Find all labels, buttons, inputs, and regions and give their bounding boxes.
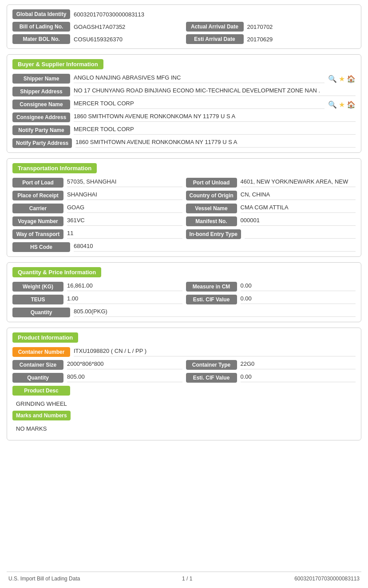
home-icon[interactable]: 🏠 <box>347 75 356 83</box>
in-bond-entry-col: In-bond Entry Type <box>186 229 356 239</box>
container-number-value: ITXU1098820 ( CN / L / PP ) <box>74 348 356 356</box>
voyage-number-label: Voyage Number <box>12 216 63 226</box>
in-bond-entry-value <box>245 230 356 239</box>
carrier-value: GOAG <box>67 204 182 213</box>
place-of-receipt-label: Place of Receipt <box>12 191 63 200</box>
carrier-label: Carrier <box>12 204 63 213</box>
product-title: Product Information <box>12 332 78 343</box>
container-type-col: Container Type 22G0 <box>186 360 356 370</box>
star-icon-2[interactable]: ★ <box>339 100 345 109</box>
consignee-address-label: Consignee Address <box>12 112 70 122</box>
quantity-qp-value: 805.00(PKG) <box>74 308 356 317</box>
notify-party-name-value: MERCER TOOL CORP <box>74 126 356 135</box>
measure-cm-col: Measure in CM 0.00 <box>186 282 356 292</box>
way-of-transport-value: 11 <box>67 230 182 239</box>
master-bol-value: COSU6159326370 <box>74 36 182 43</box>
shipper-address-value: NO 17 CHUNYANG ROAD BINJIANG ECONO MIC-T… <box>74 87 356 96</box>
quantity-price-title: Quantity & Price Information <box>12 267 101 277</box>
marks-numbers-label: Marks and Numbers <box>12 411 71 420</box>
voyage-number-value: 361VC <box>67 217 182 226</box>
esti-arrival-label: Esti Arrival Date <box>186 34 244 44</box>
buyer-supplier-title: Buyer & Supplier Information <box>12 59 103 69</box>
consignee-name-value: MERCER TOOL CORP <box>74 100 324 109</box>
actual-arrival-value: 20170702 <box>247 24 356 30</box>
carrier-col: Carrier GOAG <box>12 204 182 213</box>
transportation-section: Transportation Information Port of Load … <box>7 158 361 257</box>
hs-code-label: HS Code <box>12 242 70 252</box>
search-icon[interactable]: 🔍 <box>328 75 337 83</box>
receipt-origin-row: Place of Receipt SHANGHAI Country of Ori… <box>12 191 356 200</box>
quantity-qp-row: Quantity 805.00(PKG) <box>12 308 356 317</box>
shipper-name-row: Shipper Name ANGLO NANJING ABRASIVES MFG… <box>12 74 356 84</box>
container-size-col: Container Size 2000*806*800 <box>12 360 182 370</box>
weight-kg-value: 16,861.00 <box>67 282 182 291</box>
esti-cif-qp-label: Esti. CIF Value <box>186 295 237 304</box>
quantity-qp-label: Quantity <box>12 308 70 317</box>
voyage-manifest-row: Voyage Number 361VC Manifest No. 000001 <box>12 216 356 226</box>
country-of-origin-col: Country of Origin CN, CHINA <box>186 191 356 200</box>
teus-cif-row: TEUS 1.00 Esti. CIF Value 0.00 <box>12 295 356 304</box>
esti-cif-qp-value: 0.00 <box>241 295 356 304</box>
esti-cif-qp-col: Esti. CIF Value 0.00 <box>186 295 356 304</box>
weight-kg-label: Weight (KG) <box>12 282 63 292</box>
transportation-title: Transportation Information <box>12 163 97 173</box>
port-row: Port of Load 57035, SHANGHAI Port of Unl… <box>12 178 356 188</box>
product-quantity-value: 805.00 <box>67 373 182 382</box>
product-qty-cif-row: Quantity 805.00 Esti. CIF Value 0.00 <box>12 373 356 383</box>
product-esti-cif-value: 0.00 <box>241 373 356 382</box>
voyage-number-col: Voyage Number 361VC <box>12 216 182 226</box>
shipper-name-value: ANGLO NANJING ABRASIVES MFG INC <box>74 74 324 83</box>
port-of-unload-value: 4601, NEW YORK/NEWARK AREA, NEW <box>241 178 356 187</box>
teus-value: 1.00 <box>67 295 182 304</box>
place-of-receipt-col: Place of Receipt SHANGHAI <box>12 191 182 200</box>
shipper-name-icons: 🔍 ★ 🏠 <box>328 75 356 83</box>
consignee-address-value: 1860 SMITHTOWN AVENUE RONKONKOMA NY 1177… <box>74 113 356 122</box>
vessel-name-label: Vessel Name <box>186 204 237 213</box>
bol-row: Bill of Lading No. GOAGSH17A07352 Actual… <box>12 22 356 32</box>
product-desc-value: GRINDING WHEEL <box>12 399 356 409</box>
identity-section: Global Data Identity 6003201707030000083… <box>7 4 361 49</box>
vessel-name-value: CMA CGM ATTILA <box>241 204 356 213</box>
product-qty-col: Quantity 805.00 <box>12 373 182 383</box>
country-of-origin-value: CN, CHINA <box>241 191 356 200</box>
buyer-supplier-section: Buyer & Supplier Information Shipper Nam… <box>7 54 361 153</box>
quantity-price-section: Quantity & Price Information Weight (KG)… <box>7 262 361 322</box>
port-of-load-col: Port of Load 57035, SHANGHAI <box>12 178 182 188</box>
container-number-row: Container Number ITXU1098820 ( CN / L / … <box>12 347 356 357</box>
container-type-value: 22G0 <box>241 360 356 369</box>
in-bond-entry-label: In-bond Entry Type <box>186 229 241 239</box>
notify-party-name-row: Notify Party Name MERCER TOOL CORP <box>12 125 356 135</box>
carrier-vessel-row: Carrier GOAG Vessel Name CMA CGM ATTILA <box>12 204 356 213</box>
global-data-row: Global Data Identity 6003201707030000083… <box>12 9 356 19</box>
product-cif-col: Esti. CIF Value 0.00 <box>186 373 356 383</box>
notify-party-address-value: 1860 SMITHTOWN AVENUE RONKONKOMA NY 1177… <box>75 139 356 148</box>
container-size-label: Container Size <box>12 360 63 370</box>
weight-measure-row: Weight (KG) 16,861.00 Measure in CM 0.00 <box>12 282 356 292</box>
container-size-type-row: Container Size 2000*806*800 Container Ty… <box>12 360 356 370</box>
star-icon[interactable]: ★ <box>339 75 345 83</box>
container-type-label: Container Type <box>186 360 237 370</box>
port-of-unload-label: Port of Unload <box>186 178 237 188</box>
product-desc-label: Product Desc <box>12 386 70 396</box>
marks-numbers-value: NO MARKS <box>12 424 356 434</box>
port-of-unload-col: Port of Unload 4601, NEW YORK/NEWARK ARE… <box>186 178 356 188</box>
consignee-name-icons: 🔍 ★ 🏠 <box>328 100 356 109</box>
bol-value: GOAGSH17A07352 <box>74 24 182 30</box>
home-icon-2[interactable]: 🏠 <box>347 100 356 109</box>
country-of-origin-label: Country of Origin <box>186 191 237 200</box>
shipper-address-row: Shipper Address NO 17 CHUNYANG ROAD BINJ… <box>12 87 356 96</box>
container-number-label: Container Number <box>12 347 70 357</box>
manifest-no-label: Manifest No. <box>186 216 237 226</box>
product-section: Product Information Container Number ITX… <box>7 328 361 440</box>
measure-in-cm-value: 0.00 <box>241 282 356 291</box>
way-of-transport-label: Way of Transport <box>12 229 63 239</box>
transport-inbond-row: Way of Transport 11 In-bond Entry Type <box>12 229 356 239</box>
port-of-load-label: Port of Load <box>12 178 63 188</box>
measure-in-cm-label: Measure in CM <box>186 282 237 292</box>
search-icon-2[interactable]: 🔍 <box>328 100 337 109</box>
way-of-transport-col: Way of Transport 11 <box>12 229 182 239</box>
global-data-value: 6003201707030000083113 <box>74 11 356 18</box>
hs-code-value: 680410 <box>74 243 356 252</box>
master-bol-row: Mater BOL No. COSU6159326370 Esti Arriva… <box>12 34 356 44</box>
footer-left: U.S. Import Bill of Lading Data <box>8 576 80 582</box>
